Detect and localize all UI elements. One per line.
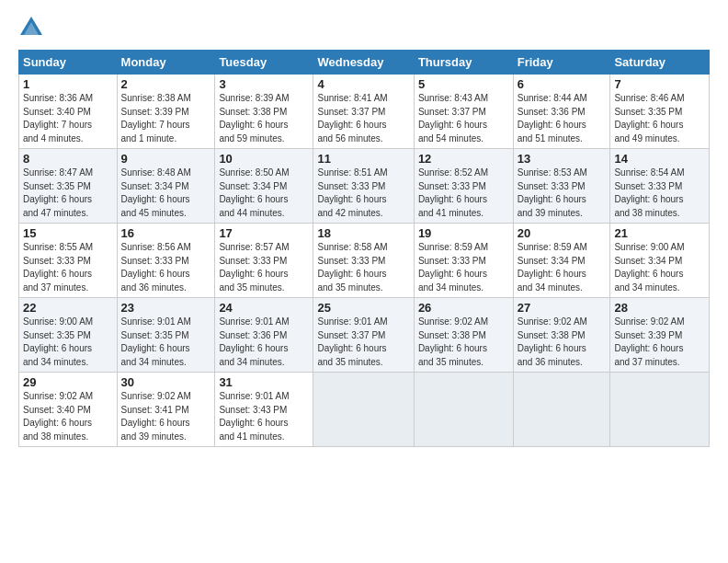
- day-number: 7: [614, 77, 705, 91]
- calendar-cell: 6Sunrise: 8:44 AM Sunset: 3:36 PM Daylig…: [513, 75, 610, 149]
- calendar-cell: 31Sunrise: 9:01 AM Sunset: 3:43 PM Dayli…: [215, 373, 313, 447]
- day-number: 4: [317, 77, 409, 91]
- day-number: 22: [23, 301, 113, 315]
- calendar-dow-monday: Monday: [117, 51, 215, 75]
- day-info: Sunrise: 8:57 AM Sunset: 3:33 PM Dayligh…: [219, 241, 309, 294]
- calendar-cell: 11Sunrise: 8:51 AM Sunset: 3:33 PM Dayli…: [313, 149, 414, 224]
- calendar-cell: 2Sunrise: 8:38 AM Sunset: 3:39 PM Daylig…: [117, 75, 215, 149]
- calendar-cell: 9Sunrise: 8:48 AM Sunset: 3:34 PM Daylig…: [117, 149, 215, 224]
- day-info: Sunrise: 8:47 AM Sunset: 3:35 PM Dayligh…: [23, 167, 113, 220]
- day-info: Sunrise: 8:55 AM Sunset: 3:33 PM Dayligh…: [23, 241, 113, 294]
- calendar-dow-wednesday: Wednesday: [313, 51, 414, 75]
- calendar-cell: 14Sunrise: 8:54 AM Sunset: 3:33 PM Dayli…: [610, 149, 710, 224]
- calendar-dow-saturday: Saturday: [610, 51, 710, 75]
- day-number: 29: [23, 375, 113, 389]
- day-number: 2: [121, 77, 211, 91]
- day-info: Sunrise: 8:44 AM Sunset: 3:36 PM Dayligh…: [518, 92, 607, 145]
- calendar-cell: 24Sunrise: 9:01 AM Sunset: 3:36 PM Dayli…: [215, 298, 313, 373]
- calendar-cell: 18Sunrise: 8:58 AM Sunset: 3:33 PM Dayli…: [313, 224, 414, 298]
- calendar-cell: [414, 373, 513, 447]
- day-number: 3: [219, 77, 309, 91]
- day-number: 24: [219, 301, 309, 315]
- calendar-cell: 27Sunrise: 9:02 AM Sunset: 3:38 PM Dayli…: [513, 298, 610, 373]
- day-number: 26: [418, 301, 509, 315]
- day-info: Sunrise: 8:52 AM Sunset: 3:33 PM Dayligh…: [418, 167, 509, 220]
- calendar-dow-tuesday: Tuesday: [215, 51, 313, 75]
- calendar-header-row: SundayMondayTuesdayWednesdayThursdayFrid…: [19, 51, 710, 75]
- calendar-week-row: 1Sunrise: 8:36 AM Sunset: 3:40 PM Daylig…: [19, 75, 710, 149]
- day-info: Sunrise: 8:56 AM Sunset: 3:33 PM Dayligh…: [121, 241, 211, 294]
- day-number: 17: [219, 226, 309, 240]
- day-info: Sunrise: 8:50 AM Sunset: 3:34 PM Dayligh…: [219, 167, 309, 220]
- day-number: 6: [518, 77, 607, 91]
- day-info: Sunrise: 8:43 AM Sunset: 3:37 PM Dayligh…: [418, 92, 509, 145]
- calendar-cell: 26Sunrise: 9:02 AM Sunset: 3:38 PM Dayli…: [414, 298, 513, 373]
- day-info: Sunrise: 9:01 AM Sunset: 3:37 PM Dayligh…: [317, 316, 409, 369]
- day-number: 23: [121, 301, 211, 315]
- calendar-cell: 16Sunrise: 8:56 AM Sunset: 3:33 PM Dayli…: [117, 224, 215, 298]
- day-number: 12: [418, 152, 509, 166]
- day-info: Sunrise: 9:00 AM Sunset: 3:35 PM Dayligh…: [23, 316, 113, 369]
- day-info: Sunrise: 9:01 AM Sunset: 3:35 PM Dayligh…: [121, 316, 211, 369]
- day-number: 8: [23, 152, 113, 166]
- calendar-cell: 29Sunrise: 9:02 AM Sunset: 3:40 PM Dayli…: [19, 373, 118, 447]
- calendar-cell: 20Sunrise: 8:59 AM Sunset: 3:34 PM Dayli…: [513, 224, 610, 298]
- day-number: 27: [518, 301, 607, 315]
- calendar-cell: 5Sunrise: 8:43 AM Sunset: 3:37 PM Daylig…: [414, 75, 513, 149]
- calendar-cell: 19Sunrise: 8:59 AM Sunset: 3:33 PM Dayli…: [414, 224, 513, 298]
- calendar-cell: 3Sunrise: 8:39 AM Sunset: 3:38 PM Daylig…: [215, 75, 313, 149]
- page-header: [18, 15, 710, 40]
- logo-icon: [18, 15, 44, 40]
- logo: [18, 15, 48, 40]
- calendar-dow-friday: Friday: [513, 51, 610, 75]
- day-number: 14: [614, 152, 705, 166]
- calendar-cell: 7Sunrise: 8:46 AM Sunset: 3:35 PM Daylig…: [610, 75, 710, 149]
- calendar-week-row: 22Sunrise: 9:00 AM Sunset: 3:35 PM Dayli…: [19, 298, 710, 373]
- day-number: 20: [518, 226, 607, 240]
- day-info: Sunrise: 8:39 AM Sunset: 3:38 PM Dayligh…: [219, 92, 309, 145]
- day-info: Sunrise: 9:02 AM Sunset: 3:39 PM Dayligh…: [614, 316, 705, 369]
- day-info: Sunrise: 8:54 AM Sunset: 3:33 PM Dayligh…: [614, 167, 705, 220]
- day-info: Sunrise: 8:41 AM Sunset: 3:37 PM Dayligh…: [317, 92, 409, 145]
- calendar-dow-sunday: Sunday: [19, 51, 118, 75]
- day-number: 18: [317, 226, 409, 240]
- day-number: 30: [121, 375, 211, 389]
- day-info: Sunrise: 8:38 AM Sunset: 3:39 PM Dayligh…: [121, 92, 211, 145]
- day-info: Sunrise: 8:51 AM Sunset: 3:33 PM Dayligh…: [317, 167, 409, 220]
- day-number: 28: [614, 301, 705, 315]
- calendar-cell: [513, 373, 610, 447]
- calendar-cell: 25Sunrise: 9:01 AM Sunset: 3:37 PM Dayli…: [313, 298, 414, 373]
- day-info: Sunrise: 8:59 AM Sunset: 3:33 PM Dayligh…: [418, 241, 509, 294]
- calendar-cell: [610, 373, 710, 447]
- day-number: 25: [317, 301, 409, 315]
- calendar-dow-thursday: Thursday: [414, 51, 513, 75]
- day-info: Sunrise: 9:01 AM Sunset: 3:36 PM Dayligh…: [219, 316, 309, 369]
- calendar-cell: 28Sunrise: 9:02 AM Sunset: 3:39 PM Dayli…: [610, 298, 710, 373]
- day-info: Sunrise: 9:01 AM Sunset: 3:43 PM Dayligh…: [219, 390, 309, 443]
- day-info: Sunrise: 9:02 AM Sunset: 3:41 PM Dayligh…: [121, 390, 211, 443]
- calendar-cell: 17Sunrise: 8:57 AM Sunset: 3:33 PM Dayli…: [215, 224, 313, 298]
- calendar-week-row: 29Sunrise: 9:02 AM Sunset: 3:40 PM Dayli…: [19, 373, 710, 447]
- day-number: 13: [518, 152, 607, 166]
- day-number: 5: [418, 77, 509, 91]
- calendar-cell: 23Sunrise: 9:01 AM Sunset: 3:35 PM Dayli…: [117, 298, 215, 373]
- day-info: Sunrise: 8:58 AM Sunset: 3:33 PM Dayligh…: [317, 241, 409, 294]
- calendar-cell: 1Sunrise: 8:36 AM Sunset: 3:40 PM Daylig…: [19, 75, 118, 149]
- calendar-cell: 30Sunrise: 9:02 AM Sunset: 3:41 PM Dayli…: [117, 373, 215, 447]
- day-info: Sunrise: 8:53 AM Sunset: 3:33 PM Dayligh…: [518, 167, 607, 220]
- day-number: 10: [219, 152, 309, 166]
- day-number: 16: [121, 226, 211, 240]
- day-info: Sunrise: 8:59 AM Sunset: 3:34 PM Dayligh…: [518, 241, 607, 294]
- day-number: 19: [418, 226, 509, 240]
- calendar-cell: 13Sunrise: 8:53 AM Sunset: 3:33 PM Dayli…: [513, 149, 610, 224]
- calendar-table: SundayMondayTuesdayWednesdayThursdayFrid…: [18, 50, 710, 447]
- calendar-cell: 15Sunrise: 8:55 AM Sunset: 3:33 PM Dayli…: [19, 224, 118, 298]
- day-info: Sunrise: 8:36 AM Sunset: 3:40 PM Dayligh…: [23, 92, 113, 145]
- calendar-cell: 8Sunrise: 8:47 AM Sunset: 3:35 PM Daylig…: [19, 149, 118, 224]
- calendar-cell: 22Sunrise: 9:00 AM Sunset: 3:35 PM Dayli…: [19, 298, 118, 373]
- day-info: Sunrise: 9:02 AM Sunset: 3:38 PM Dayligh…: [518, 316, 607, 369]
- day-number: 11: [317, 152, 409, 166]
- calendar-week-row: 8Sunrise: 8:47 AM Sunset: 3:35 PM Daylig…: [19, 149, 710, 224]
- day-number: 31: [219, 375, 309, 389]
- day-number: 1: [23, 77, 113, 91]
